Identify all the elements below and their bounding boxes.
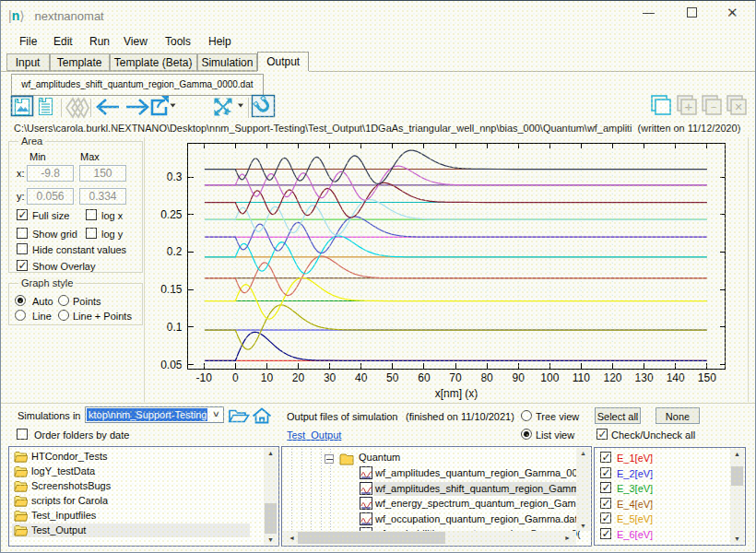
svg-text:50: 50 <box>386 371 399 384</box>
svg-text:80: 80 <box>480 371 493 384</box>
svg-text:90: 90 <box>513 371 526 384</box>
svg-text:-10: -10 <box>196 371 213 384</box>
svg-text:140: 140 <box>667 371 685 384</box>
svg-text:0.2: 0.2 <box>167 245 183 258</box>
svg-text:100: 100 <box>540 371 559 384</box>
svg-text:10: 10 <box>261 371 274 384</box>
svg-text:60: 60 <box>418 371 431 384</box>
svg-text:0: 0 <box>232 371 239 384</box>
svg-text:20: 20 <box>292 371 305 384</box>
svg-text:0.05: 0.05 <box>160 359 183 371</box>
svg-text:110: 110 <box>573 371 590 384</box>
svg-text:0.15: 0.15 <box>160 283 183 296</box>
svg-text:150: 150 <box>698 371 716 384</box>
svg-text:x[nm] (x): x[nm] (x) <box>435 387 478 400</box>
svg-text:40: 40 <box>355 371 368 384</box>
svg-text:0.25: 0.25 <box>160 208 183 221</box>
svg-text:0.1: 0.1 <box>167 321 183 334</box>
svg-text:30: 30 <box>324 371 337 384</box>
svg-text:0.3: 0.3 <box>167 171 183 183</box>
svg-text:120: 120 <box>603 371 621 384</box>
svg-text:130: 130 <box>635 371 654 384</box>
svg-text:70: 70 <box>449 371 462 384</box>
